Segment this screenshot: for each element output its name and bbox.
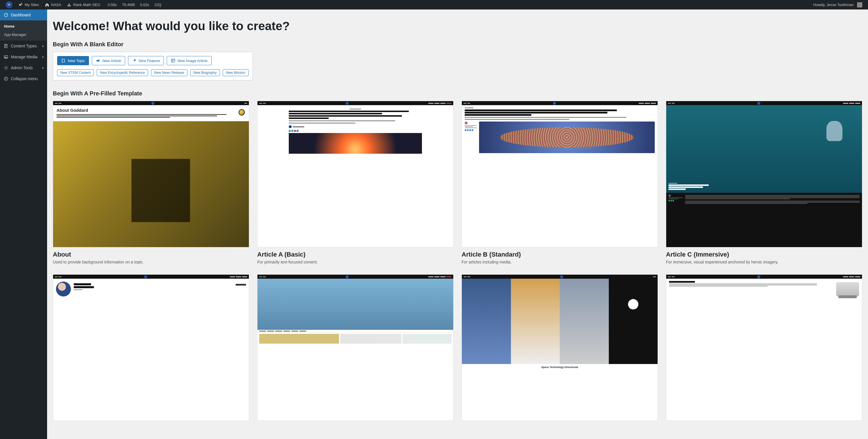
button-label: New Feature <box>138 59 160 63</box>
megaphone-icon <box>96 58 100 63</box>
stat-queries: 22Q <box>153 3 163 7</box>
template-title: Article A (Basic) <box>257 251 454 258</box>
sidebar-collapse-label: Collapse menu <box>11 77 38 81</box>
template-card-article-immersive[interactable]: Article C (Immersive) For immersive, vis… <box>666 101 862 265</box>
template-thumb: Space Technology Directorate <box>462 274 658 421</box>
template-card-mission[interactable] <box>666 274 862 421</box>
mock-dir-title: Space Technology Directorate <box>462 364 658 370</box>
template-card-about[interactable]: About Goddard About Used to provide back… <box>53 101 249 265</box>
template-thumb: About Goddard <box>53 101 249 247</box>
templates-grid: About Goddard About Used to provide back… <box>53 101 862 421</box>
new-news-release-button[interactable]: New News Release <box>151 69 187 76</box>
sidebar-item-content-types[interactable]: Content Types ▾ <box>0 40 47 52</box>
template-card-directorate[interactable]: Space Technology Directorate <box>462 274 658 421</box>
perf-stats[interactable]: 0.58s 76.4MB 0.02s 22Q <box>103 0 166 9</box>
sidebar-dashboard-submenu: Home App Manager <box>0 20 47 40</box>
admin-bar: N My Sites NASA Rank Math SEO 0.58s 76.4… <box>0 0 868 9</box>
template-desc: For immersive, visual experienced anchor… <box>666 259 862 265</box>
button-label: New News Release <box>154 71 184 75</box>
template-thumb <box>666 101 862 247</box>
blank-editor-box: New Topic New Article New Feature New Im… <box>53 52 253 81</box>
howdy-label: Howdy, Jesse Toothman <box>813 3 854 7</box>
bar-chart-icon <box>67 3 71 7</box>
template-desc: Used to provide background information o… <box>53 259 249 265</box>
caret-down-icon: ▾ <box>42 45 43 48</box>
caret-down-icon: ▾ <box>42 55 43 59</box>
new-topic-button[interactable]: New Topic <box>57 56 89 65</box>
nasa-meatball-icon: N <box>6 1 12 8</box>
button-label: New Mission <box>226 71 245 75</box>
button-label: New Topic <box>68 59 85 63</box>
sidebar-manage-media-label: Manage Media <box>11 55 38 59</box>
page-title: Welcome! What would you like to create? <box>53 19 862 33</box>
new-image-article-button[interactable]: New Image Article <box>167 56 212 65</box>
new-biography-button[interactable]: New Biography <box>190 69 220 76</box>
my-sites-label: My Sites <box>25 3 39 7</box>
stat-time1: 0.58s <box>106 3 119 7</box>
my-sites-link[interactable]: My Sites <box>16 0 42 9</box>
admin-sidebar: Dashboard Home App Manager Content Types… <box>0 9 47 439</box>
template-desc: For primarily text-focused content. <box>257 259 454 265</box>
button-label: New STEM Content <box>60 71 91 75</box>
main-content: Welcome! What would you like to create? … <box>47 9 868 439</box>
svg-point-4 <box>5 67 7 68</box>
rank-math-link[interactable]: Rank Math SEO <box>64 0 103 9</box>
image-article-icon <box>171 58 175 63</box>
content-types-icon <box>3 43 9 49</box>
template-title: Article B (Standard) <box>462 251 658 258</box>
user-avatar-icon <box>857 2 862 7</box>
template-desc: For articles including media. <box>462 259 658 265</box>
pin-icon <box>132 58 136 63</box>
template-thumb <box>462 101 658 247</box>
template-title: Article C (Immersive) <box>666 251 862 258</box>
sidebar-item-manage-media[interactable]: Manage Media ▾ <box>0 52 47 62</box>
button-label: New Article <box>102 59 121 63</box>
sidebar-content-types-label: Content Types <box>11 44 37 48</box>
primary-button-row: New Topic New Article New Feature New Im… <box>57 56 249 65</box>
dashboard-icon <box>3 12 9 18</box>
secondary-button-row: New STEM Content New Encyclopedic Refere… <box>57 69 249 76</box>
button-label: New Biography <box>193 71 217 75</box>
svg-rect-6 <box>172 59 175 62</box>
svg-point-3 <box>5 56 6 57</box>
site-name-link[interactable]: NASA <box>42 0 64 9</box>
sidebar-admin-tools-label: Admin Tools <box>11 65 33 70</box>
new-mission-button[interactable]: New Mission <box>223 69 249 76</box>
template-thumb <box>257 274 454 421</box>
sidebar-sub-app-manager[interactable]: App Manager <box>0 30 47 39</box>
nasa-logo[interactable]: N <box>3 0 16 9</box>
new-feature-button[interactable]: New Feature <box>128 56 164 65</box>
svg-point-5 <box>4 77 8 81</box>
caret-down-icon: ▾ <box>42 66 43 69</box>
stat-time2: 0.02s <box>138 3 151 7</box>
blank-editor-heading: Begin With A Blank Editor <box>53 41 862 48</box>
rank-math-label: Rank Math SEO <box>73 3 100 7</box>
template-card-center[interactable] <box>257 274 454 421</box>
new-article-button[interactable]: New Article <box>92 56 125 65</box>
home-icon <box>45 3 50 7</box>
new-encyclopedic-button[interactable]: New Encyclopedic Reference <box>97 69 148 76</box>
house-multi-icon <box>19 3 23 7</box>
sidebar-sub-home[interactable]: Home <box>0 22 47 30</box>
button-label: New Encyclopedic Reference <box>100 71 145 75</box>
sidebar-item-admin-tools[interactable]: Admin Tools ▾ <box>0 62 47 73</box>
site-name-label: NASA <box>51 3 61 7</box>
book-icon <box>61 58 66 63</box>
template-thumb <box>53 274 249 421</box>
template-title: About <box>53 251 249 258</box>
template-card-article-standard[interactable]: Article B (Standard) For articles includ… <box>462 101 658 265</box>
my-account-link[interactable]: Howdy, Jesse Toothman <box>811 0 865 9</box>
new-stem-button[interactable]: New STEM Content <box>57 69 94 76</box>
template-heading: Begin With A Pre-Filled Template <box>53 90 862 97</box>
template-thumb <box>666 274 862 421</box>
template-thumb <box>257 101 454 247</box>
sidebar-item-collapse[interactable]: Collapse menu <box>0 73 47 84</box>
media-icon <box>3 54 9 59</box>
template-card-article-basic[interactable]: Article A (Basic) For primarily text-foc… <box>257 101 454 265</box>
stat-mem: 76.4MB <box>120 3 136 7</box>
template-card-bio[interactable] <box>53 274 249 421</box>
sidebar-dashboard-label: Dashboard <box>11 12 31 17</box>
sidebar-item-dashboard[interactable]: Dashboard <box>0 9 47 20</box>
collapse-icon <box>3 76 9 81</box>
admin-tools-icon <box>3 65 9 70</box>
